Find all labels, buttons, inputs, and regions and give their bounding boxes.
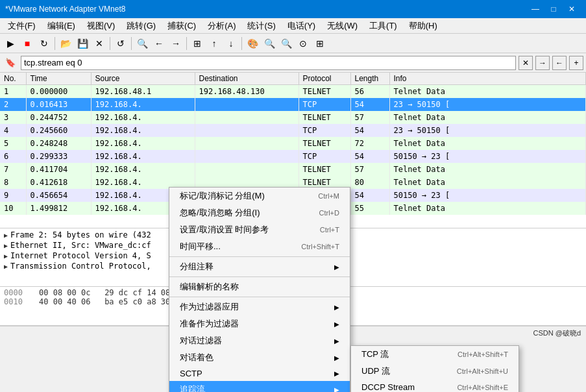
ctx-sctp[interactable]: SCTP <box>169 366 350 381</box>
maximize-button[interactable]: □ <box>544 0 563 18</box>
detail-triangle-1: ▶ <box>4 242 8 249</box>
detail-text-0: Frame 2: 54 bytes on wire (432 <box>10 230 151 239</box>
ctx-sep1 <box>169 256 350 257</box>
menu-help[interactable]: 帮助(H) <box>404 19 443 33</box>
toolbar-sep1 <box>55 37 55 50</box>
submenu-udp[interactable]: UDP 流 Ctrl+Alt+Shift+U <box>351 363 519 380</box>
toolbar-prev[interactable]: ↑ <box>206 36 222 51</box>
filter-arrow-left[interactable]: ← <box>552 56 567 70</box>
toolbar-restart[interactable]: ↻ <box>36 36 52 51</box>
toolbar: ▶ ■ ↻ 📂 💾 ✕ ↺ 🔍 ← → ⊞ ↑ ↓ 🎨 🔍 🔍 ⊙ ⊞ <box>0 34 586 53</box>
submenu-udp-shortcut: Ctrl+Alt+Shift+U <box>457 367 508 375</box>
minimize-button[interactable]: — <box>526 0 544 18</box>
filter-arrow-right[interactable]: → <box>535 56 550 70</box>
ctx-timeref-shortcut: Ctrl+T <box>320 226 339 234</box>
toolbar-next[interactable]: ↓ <box>223 36 239 51</box>
ctx-sep2 <box>169 276 350 277</box>
ctx-editname-label: 编辑解析的名称 <box>180 281 239 293</box>
toolbar-zoom-reset[interactable]: ⊙ <box>295 36 311 51</box>
menu-file[interactable]: 文件(F) <box>3 19 41 33</box>
window-title: *VMware Network Adapter VMnet8 <box>5 5 526 14</box>
toolbar-zoom-out[interactable]: 🔍 <box>278 36 294 51</box>
submenu-dccp-shortcut: Ctrl+Alt+Shift+E <box>457 384 508 391</box>
ctx-apply-filter[interactable]: 作为过滤器应用 <box>169 299 350 315</box>
filter-plus[interactable]: + <box>569 56 583 70</box>
filter-bar: 🔖 ✕ → ← + <box>0 53 586 73</box>
menu-analyze[interactable]: 分析(A) <box>202 19 241 33</box>
ctx-mark-shortcut: Ctrl+M <box>318 192 339 200</box>
ctx-follow[interactable]: 追踪流 <box>169 381 350 392</box>
ctx-conv-filter[interactable]: 对话过滤器 <box>169 332 350 349</box>
submenu-dccp[interactable]: DCCP Stream Ctrl+Alt+Shift+E <box>351 380 519 392</box>
col-time[interactable]: Time <box>26 73 91 85</box>
table-row[interactable]: 20.016413192.168.4.TCP5423 → 50150 [ <box>0 98 586 111</box>
toolbar-zoom-in[interactable]: 🔍 <box>262 36 277 51</box>
context-menu: 标记/取消标记 分组(M) Ctrl+M 忽略/取消忽略 分组(I) Ctrl+… <box>169 187 350 392</box>
menu-view[interactable]: 视图(V) <box>82 19 120 33</box>
toolbar-sep5 <box>241 37 242 50</box>
status-text: CSDN @破晓d <box>533 328 581 338</box>
table-row[interactable]: 10.000000192.168.48.1192.168.48.130TELNE… <box>0 85 586 98</box>
title-bar: *VMware Network Adapter VMnet8 — □ ✕ <box>0 0 586 18</box>
toolbar-goto[interactable]: ⊞ <box>189 36 205 51</box>
table-row[interactable]: 30.244752192.168.4.TELNET57Telnet Data <box>0 111 586 124</box>
ctx-colorize-label: 对话着色 <box>180 352 214 363</box>
toolbar-fwd[interactable]: → <box>168 36 184 51</box>
ctx-annotation[interactable]: 分组注释 <box>169 258 350 275</box>
col-protocol[interactable]: Protocol <box>299 73 350 85</box>
ctx-mark[interactable]: 标记/取消标记 分组(M) Ctrl+M <box>169 188 350 204</box>
menu-wireless[interactable]: 无线(W) <box>322 19 363 33</box>
ctx-ignore-label: 忽略/取消忽略 分组(I) <box>180 207 260 219</box>
toolbar-reload[interactable]: ↺ <box>113 36 128 51</box>
toolbar-open[interactable]: 📂 <box>58 36 73 51</box>
toolbar-sep3 <box>131 37 132 50</box>
col-no[interactable]: No. <box>0 73 26 85</box>
detail-triangle-3: ▶ <box>4 263 8 270</box>
toolbar-sep2 <box>110 37 110 50</box>
ctx-prepare-filter[interactable]: 准备作为过滤器 <box>169 315 350 332</box>
menu-telephony[interactable]: 电话(Y) <box>282 19 321 33</box>
toolbar-find[interactable]: 🔍 <box>134 36 150 51</box>
toolbar-stop[interactable]: ■ <box>19 36 35 51</box>
ctx-editname[interactable]: 编辑解析的名称 <box>169 278 350 295</box>
submenu-tcp[interactable]: TCP 流 Ctrl+Alt+Shift+T <box>351 346 519 363</box>
menu-stats[interactable]: 统计(S) <box>242 19 280 33</box>
toolbar-start[interactable]: ▶ <box>3 36 18 51</box>
menu-tools[interactable]: 工具(T) <box>364 19 402 33</box>
close-button[interactable]: ✕ <box>563 0 581 18</box>
ctx-timeshift-label: 时间平移... <box>180 241 221 252</box>
table-row[interactable]: 70.411704192.168.4.TELNET57Telnet Data <box>0 163 586 176</box>
table-row[interactable]: 50.248248192.168.4.TELNET72Telnet Data <box>0 137 586 150</box>
filter-clear[interactable]: ✕ <box>519 56 533 70</box>
submenu-tcp-label: TCP 流 <box>361 349 389 360</box>
menu-capture[interactable]: 捕获(C) <box>162 19 201 33</box>
ctx-mark-label: 标记/取消标记 分组(M) <box>180 190 265 202</box>
menu-goto[interactable]: 跳转(G) <box>121 19 161 33</box>
submenu-udp-label: UDP 流 <box>361 365 390 377</box>
ctx-sep3 <box>169 297 350 297</box>
col-info[interactable]: Info <box>389 73 586 85</box>
col-destination[interactable]: Destination <box>195 73 299 85</box>
detail-text-3: Transmission Control Protocol, <box>10 262 151 271</box>
toolbar-back[interactable]: ← <box>151 36 167 51</box>
table-row[interactable]: 40.245660192.168.4.TCP5423 → 50150 [ <box>0 124 586 137</box>
toolbar-save[interactable]: 💾 <box>75 36 90 51</box>
table-row[interactable]: 60.299333192.168.4.TCP5450150 → 23 [ <box>0 150 586 163</box>
toolbar-colorize[interactable]: 🎨 <box>245 36 260 51</box>
menu-edit[interactable]: 编辑(E) <box>42 19 80 33</box>
toolbar-sep4 <box>186 37 187 50</box>
col-length[interactable]: Length <box>350 73 389 85</box>
col-source[interactable]: Source <box>91 73 195 85</box>
filter-icon: 🔖 <box>3 58 18 67</box>
ctx-colorize[interactable]: 对话着色 <box>169 349 350 366</box>
ctx-timeshift[interactable]: 时间平移... Ctrl+Shift+T <box>169 238 350 255</box>
menu-bar: 文件(F) 编辑(E) 视图(V) 跳转(G) 捕获(C) 分析(A) 统计(S… <box>0 18 586 34</box>
filter-input[interactable] <box>21 56 516 70</box>
hex-offset-0: 0000 <box>4 288 36 297</box>
ctx-apply-filter-label: 作为过滤器应用 <box>180 301 239 313</box>
ctx-timeref[interactable]: 设置/取消设置 时间参考 Ctrl+T <box>169 221 350 238</box>
detail-text-1: Ethernet II, Src: VMware_dc:cf <box>10 241 151 250</box>
ctx-ignore[interactable]: 忽略/取消忽略 分组(I) Ctrl+D <box>169 204 350 221</box>
toolbar-close[interactable]: ✕ <box>92 36 107 51</box>
toolbar-resize[interactable]: ⊞ <box>312 36 328 51</box>
